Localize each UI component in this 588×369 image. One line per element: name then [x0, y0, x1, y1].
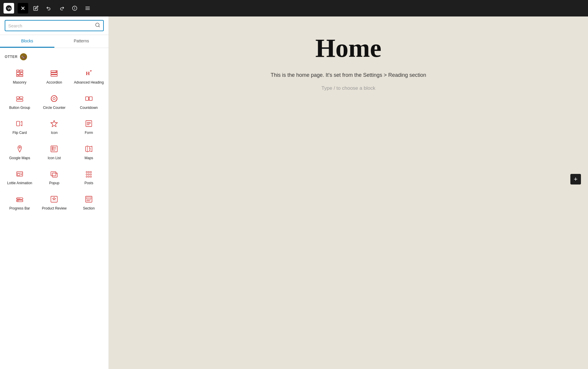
- block-item-section[interactable]: Section: [71, 189, 106, 215]
- popup-icon: [49, 169, 59, 179]
- block-item-google-maps[interactable]: Google Maps: [2, 139, 37, 164]
- toolbar: [0, 0, 588, 16]
- search-icon: [95, 22, 100, 29]
- block-item-form[interactable]: Form: [71, 114, 106, 139]
- svg-marker-46: [52, 148, 53, 149]
- countdown-icon: [83, 93, 94, 104]
- block-item-button-group[interactable]: Button Group: [2, 89, 37, 114]
- info-button[interactable]: [69, 3, 80, 14]
- block-item-posts[interactable]: Posts: [71, 164, 106, 189]
- svg-point-62: [88, 174, 90, 175]
- progress-bar-icon: [14, 194, 25, 205]
- edit-button[interactable]: [31, 3, 41, 14]
- svg-point-58: [86, 172, 88, 173]
- block-item-advanced-heading[interactable]: H Advanced Heading: [71, 63, 106, 89]
- svg-rect-15: [51, 73, 58, 74]
- maps-label: Maps: [84, 156, 93, 161]
- block-item-icon-list[interactable]: Icon List: [37, 139, 72, 164]
- add-block-button[interactable]: +: [570, 174, 581, 184]
- main-layout: Blocks Patterns OTTER 🦦: [0, 16, 588, 369]
- list-view-button[interactable]: [82, 3, 93, 14]
- tab-patterns[interactable]: Patterns: [54, 35, 109, 48]
- product-review-icon: [49, 194, 59, 205]
- svg-point-60: [90, 172, 92, 173]
- svg-rect-52: [17, 174, 20, 176]
- block-item-circle-counter[interactable]: Circle Counter: [37, 89, 72, 114]
- google-maps-icon: [14, 144, 25, 154]
- content-area: Home This is the home page. It's set fro…: [109, 16, 588, 369]
- svg-rect-70: [16, 200, 19, 202]
- icon-block-label: Icon: [51, 131, 58, 135]
- svg-marker-72: [53, 197, 56, 200]
- svg-point-26: [53, 97, 56, 100]
- block-grid: Masonry Accordion: [0, 62, 108, 216]
- svg-rect-74: [86, 197, 91, 199]
- svg-rect-16: [51, 75, 58, 76]
- posts-label: Posts: [84, 181, 93, 186]
- icon-block-icon: [49, 118, 59, 129]
- block-item-product-review[interactable]: Product Review: [37, 189, 72, 215]
- redo-button[interactable]: [56, 3, 67, 14]
- search-box: [5, 20, 104, 31]
- undo-button[interactable]: [44, 3, 54, 14]
- svg-marker-47: [52, 149, 53, 150]
- page-placeholder[interactable]: Type / to choose a block: [321, 85, 375, 91]
- button-group-label: Button Group: [9, 106, 30, 110]
- svg-rect-9: [20, 70, 23, 72]
- svg-rect-73: [86, 196, 92, 202]
- sidebar: Blocks Patterns OTTER 🦦: [0, 16, 109, 369]
- svg-point-30: [88, 99, 89, 100]
- accordion-icon: [49, 68, 59, 79]
- svg-point-66: [90, 176, 92, 177]
- svg-rect-10: [16, 72, 20, 74]
- close-button[interactable]: [18, 3, 28, 14]
- block-item-masonry[interactable]: Masonry: [2, 63, 37, 89]
- svg-marker-45: [52, 147, 53, 148]
- svg-rect-24: [16, 99, 23, 101]
- svg-rect-13: [19, 75, 23, 77]
- icon-list-icon: [49, 144, 59, 154]
- search-container: [0, 16, 108, 35]
- block-item-accordion[interactable]: Accordion: [37, 63, 72, 89]
- svg-rect-8: [16, 70, 19, 72]
- circle-counter-icon: [49, 93, 59, 104]
- masonry-label: Masonry: [13, 80, 26, 85]
- form-label: Form: [85, 131, 93, 135]
- advanced-heading-icon: H: [83, 68, 94, 79]
- svg-rect-27: [86, 97, 88, 100]
- svg-point-63: [90, 174, 92, 175]
- popup-label: Popup: [49, 181, 59, 186]
- advanced-heading-label: Advanced Heading: [74, 80, 103, 85]
- block-item-lottie[interactable]: Lottie Animation: [2, 164, 37, 189]
- svg-rect-11: [20, 72, 23, 74]
- svg-rect-22: [16, 97, 19, 98]
- product-review-label: Product Review: [42, 206, 66, 211]
- block-item-flip-card[interactable]: Flip Card: [2, 114, 37, 139]
- svg-text:H: H: [86, 71, 90, 76]
- wp-logo[interactable]: [4, 3, 14, 14]
- svg-line-7: [98, 26, 99, 27]
- block-item-countdown[interactable]: Countdown: [71, 89, 106, 114]
- otter-section-header: OTTER 🦦: [0, 50, 108, 62]
- svg-rect-31: [16, 121, 20, 126]
- masonry-icon: [14, 68, 25, 79]
- svg-rect-55: [51, 172, 56, 176]
- section-label: Section: [83, 206, 95, 211]
- flip-card-icon: [14, 118, 25, 129]
- icon-list-label: Icon List: [48, 156, 61, 161]
- svg-point-65: [88, 176, 90, 177]
- otter-avatar: 🦦: [20, 53, 27, 60]
- lottie-icon: [14, 169, 25, 179]
- svg-point-29: [88, 97, 89, 98]
- blocks-list: OTTER 🦦: [0, 48, 108, 369]
- flip-card-label: Flip Card: [12, 131, 27, 135]
- block-item-maps[interactable]: Maps: [71, 139, 106, 164]
- section-icon: [83, 194, 94, 205]
- countdown-label: Countdown: [80, 106, 98, 110]
- block-item-popup[interactable]: Popup: [37, 164, 72, 189]
- tab-blocks[interactable]: Blocks: [0, 35, 54, 48]
- search-input[interactable]: [8, 23, 93, 28]
- block-item-progress-bar[interactable]: Progress Bar: [2, 189, 37, 215]
- block-item-icon[interactable]: Icon: [37, 114, 72, 139]
- svg-rect-12: [16, 75, 18, 77]
